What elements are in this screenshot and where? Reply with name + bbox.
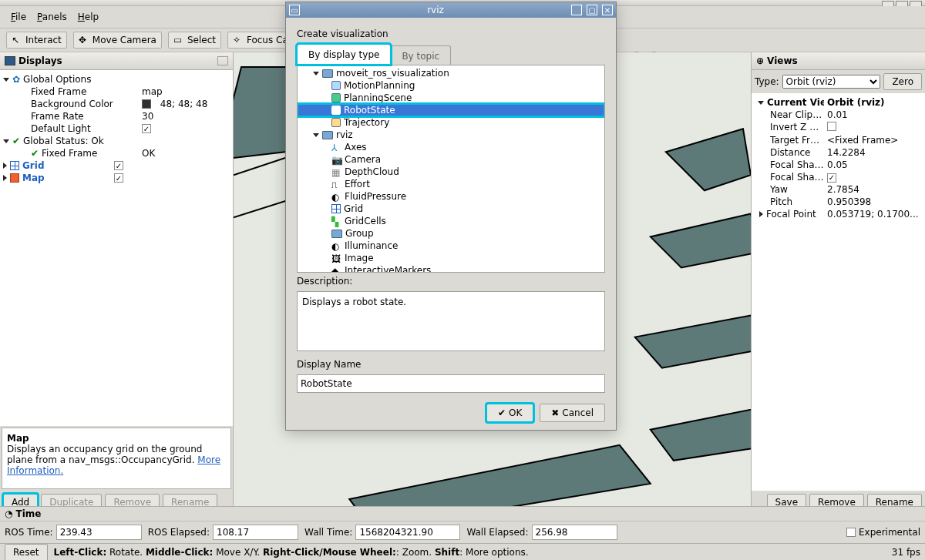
ok-button[interactable]: ✔OK [486,404,533,422]
svg-marker-4 [651,407,751,461]
dialog-close-icon[interactable]: ✕ [602,5,613,15]
motion-planning-icon [331,81,341,90]
folder-icon [322,131,333,139]
robot-state-icon [331,106,341,115]
display-description: Map Displays an occupancy grid on the gr… [2,428,231,489]
ros-elapsed-input[interactable] [213,525,298,540]
displays-header: Displays [0,52,233,70]
display-name-input[interactable] [297,374,605,393]
dialog-minimize-icon[interactable]: _ [571,5,582,15]
views-tree[interactable]: Current ViewOrbit (rviz) Near Clip D...0… [752,93,925,491]
create-visualization-label: Create visualization [297,29,605,39]
zero-button[interactable]: Zero [883,73,922,90]
svg-marker-2 [651,213,751,267]
cancel-icon: ✖ [551,407,559,418]
default-light-checkbox[interactable]: ✓ [142,124,151,133]
map-checkbox[interactable]: ✓ [114,173,123,183]
camera-icon: 📷 [331,155,341,165]
depthcloud-icon: ▦ [331,167,341,177]
wall-time-input[interactable] [355,525,460,540]
map-icon [10,173,19,183]
trajectory-icon [331,118,341,127]
dialog-sysmenu-icon[interactable]: ▭ [289,5,300,15]
wall-elapsed-input[interactable] [532,525,617,540]
group-icon [331,230,342,238]
illuminance-icon: ◐ [331,241,341,251]
status-bar: Reset Left-Click: Rotate. Middle-Click: … [0,543,925,560]
ros-time-label: ROS Time: [5,527,53,538]
panel-collapse-icon[interactable] [217,56,228,65]
folder-icon [322,69,333,78]
menu-help[interactable]: HelpHelp [73,9,103,25]
dialog-maximize-icon[interactable]: ▢ [587,5,597,15]
views-panel: ⊕ Views Type: Orbit (rviz) Zero Current … [751,52,925,514]
wall-time-label: Wall Time: [304,527,352,538]
description-label: Description: [297,276,605,287]
displays-panel: Displays ✿Global Options Fixed Framemap … [0,52,234,514]
tab-by-topic[interactable]: By topic [390,45,451,66]
focus-icon: ✧ [233,35,244,45]
check-icon: ✔ [12,136,20,146]
tab-by-display-type[interactable]: By display type [297,44,391,65]
imarkers-icon: ◆ [331,266,341,273]
move-icon: ✥ [79,35,89,45]
check-icon: ✔ [31,148,39,159]
wall-elapsed-label: Wall Elapsed: [466,527,528,538]
cancel-button[interactable]: ✖Cancel [540,404,605,422]
ros-time-input[interactable] [56,525,142,540]
menu-panels[interactable]: PanelsPanels [32,9,72,25]
create-visualization-dialog: ▭ rviz _ ▢ ✕ Create visualization By dis… [285,2,617,431]
reset-button[interactable]: Reset [5,544,48,561]
select-icon: ▭ [173,35,184,45]
type-label: Type: [755,76,779,87]
grid-checkbox[interactable]: ✓ [114,161,123,170]
gridcells-icon: ▚ [331,216,341,226]
status-hint: Left-Click: Rotate. Middle-Click: Move X… [54,547,529,558]
image-icon: 🖼 [331,253,341,263]
display-type-tree[interactable]: moveit_ros_visualization MotionPlanning … [297,65,605,273]
ok-icon: ✔ [498,407,506,418]
view-type-select[interactable]: Orbit (rviz) [782,75,881,89]
color-swatch [142,99,151,109]
robot-state-item[interactable]: RobotState [298,104,604,116]
fps-label: 31 fps [892,547,920,558]
menu-file[interactable]: FFileile [6,9,31,25]
dialog-titlebar[interactable]: ▭ rviz _ ▢ ✕ [286,2,616,18]
display-name-label: Display Name [297,359,605,370]
description-text: Displays a robot state. [297,291,605,351]
gear-icon: ✿ [12,74,20,85]
time-panel: ◔Time ROS Time: ROS Elapsed: Wall Time: … [0,506,925,543]
move-camera-button[interactable]: ✥Move Camera [73,32,162,49]
planning-scene-icon [331,93,341,102]
grid-icon [10,161,19,170]
views-icon: ⊕ [756,55,764,66]
experimental-label: Experimental [859,527,920,538]
svg-marker-3 [635,314,751,368]
clock-icon: ◔ [5,508,12,519]
fluid-icon: ◐ [331,192,341,202]
invert-z-checkbox[interactable] [827,122,836,131]
select-button[interactable]: ▭Select [168,32,221,49]
grid-icon [331,204,341,213]
axes-icon: ⅄ [331,143,341,153]
displays-tree[interactable]: ✿Global Options Fixed Framemap Backgroun… [0,70,233,426]
ros-elapsed-label: ROS Elapsed: [148,527,210,538]
interact-button[interactable]: ↖Interact [6,32,67,49]
svg-marker-1 [666,129,751,190]
cursor-icon: ↖ [12,35,22,45]
monitor-icon [5,56,15,65]
views-header: ⊕ Views [752,52,925,70]
effort-icon: ⎍ [331,179,341,189]
dialog-title: rviz [304,5,567,15]
focal-fixed-checkbox[interactable]: ✓ [827,173,836,183]
experimental-checkbox[interactable] [846,528,856,537]
svg-marker-5 [349,445,651,514]
